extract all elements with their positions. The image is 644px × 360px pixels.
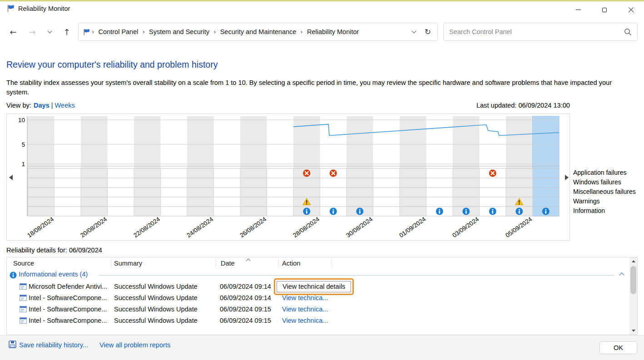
group-row-informational-events[interactable]: Informational events (4) <box>7 269 630 281</box>
search-icon[interactable] <box>624 28 632 36</box>
view-by-weeks-link[interactable]: Weeks <box>55 102 75 109</box>
row-date: 06/09/2024 09:15 <box>220 315 271 326</box>
breadcrumb-separator-icon: › <box>141 28 146 35</box>
address-dropdown-button[interactable] <box>412 31 416 33</box>
svg-text:10: 10 <box>18 117 25 123</box>
save-reliability-history-link[interactable]: Save reliability history... <box>19 341 88 349</box>
view-technical-details-link[interactable]: View technica... <box>282 317 328 324</box>
scrollbar-thumb[interactable] <box>630 266 636 294</box>
save-icon <box>9 340 16 348</box>
legend-label: Miscellaneous failures <box>573 187 636 197</box>
arrow-right-icon <box>565 175 569 180</box>
column-header-summary[interactable]: Summary <box>114 257 142 269</box>
svg-text:05/09/2024: 05/09/2024 <box>504 216 533 239</box>
breadcrumb-separator-icon: › <box>299 28 304 35</box>
forward-button[interactable]: → <box>25 25 40 39</box>
legend-label: Information <box>573 206 636 216</box>
last-updated-text: Last updated: 06/09/2024 13:00 <box>476 102 570 109</box>
column-header-source[interactable]: Source <box>13 257 34 269</box>
ok-button[interactable]: OK <box>599 341 637 354</box>
minimize-button[interactable] <box>565 1 591 18</box>
up-button[interactable]: ↑ <box>59 25 74 39</box>
svg-text:01/09/2024: 01/09/2024 <box>398 216 427 239</box>
address-bar[interactable]: › Control Panel›System and Security›Secu… <box>78 23 438 41</box>
scroll-down-button[interactable] <box>629 327 637 335</box>
maximize-icon <box>602 8 607 12</box>
chart-scroll-right-button[interactable] <box>563 174 569 181</box>
row-source: Intel - SoftwareCompone... <box>29 304 111 315</box>
breadcrumb-item[interactable]: Control Panel <box>96 28 141 35</box>
row-action: View technica... <box>277 292 328 304</box>
view-by-days-link[interactable]: Days <box>34 102 50 109</box>
breadcrumb: Control Panel›System and Security›Securi… <box>96 28 362 35</box>
column-separator <box>331 259 332 267</box>
stability-chart[interactable]: 105118/08/202420/08/202422/08/202424/08/… <box>6 113 570 241</box>
table-row[interactable]: Intel - SoftwareCompone...Successful Win… <box>7 304 630 315</box>
up-icon: ↑ <box>63 27 70 37</box>
table-row[interactable]: Intel - SoftwareCompone...Successful Win… <box>7 292 630 304</box>
row-source: Intel - SoftwareCompone... <box>29 292 111 304</box>
back-button[interactable]: ← <box>5 25 21 39</box>
row-summary: Successful Windows Update <box>114 292 198 304</box>
svg-text:28/08/2024: 28/08/2024 <box>292 216 321 239</box>
application-icon <box>20 295 27 301</box>
view-all-problem-reports-link[interactable]: View all problem reports <box>99 341 170 349</box>
chart-scroll-left-button[interactable] <box>9 174 15 181</box>
group-label: Informational events (4) <box>19 271 88 278</box>
view-technical-details-button[interactable]: View technical details <box>277 281 351 292</box>
table-scrollbar[interactable] <box>629 257 637 335</box>
action-button-wrap: View technical details <box>277 281 351 292</box>
recent-pages-dropdown[interactable] <box>44 25 55 39</box>
svg-text:03/09/2024: 03/09/2024 <box>451 216 480 239</box>
refresh-button[interactable]: ↻ <box>425 27 431 36</box>
svg-text:22/08/2024: 22/08/2024 <box>132 216 161 239</box>
row-summary: Successful Windows Update <box>114 315 198 326</box>
column-separator <box>111 259 111 267</box>
maximize-button[interactable] <box>591 1 618 18</box>
row-action: View technica... <box>277 304 328 315</box>
close-icon <box>628 7 634 13</box>
column-header-action[interactable]: Action <box>282 257 300 269</box>
arrow-left-icon <box>9 175 13 180</box>
close-button[interactable] <box>618 1 644 18</box>
breadcrumb-item[interactable]: Security and Maintenance <box>218 28 299 35</box>
reliability-flag-icon <box>7 5 15 14</box>
forward-icon: → <box>29 27 35 37</box>
triangle-up-icon <box>632 260 635 262</box>
window-controls <box>565 1 644 18</box>
column-separator <box>216 259 216 267</box>
view-technical-details-link[interactable]: View technica... <box>282 294 328 301</box>
breadcrumb-separator-icon: › <box>212 28 218 35</box>
application-icon <box>20 306 27 312</box>
svg-text:30/08/2024: 30/08/2024 <box>345 216 374 239</box>
scroll-up-button[interactable] <box>629 257 637 265</box>
details-table: SourceSummaryDateAction Informational ev… <box>6 257 638 335</box>
row-summary: Successful Windows Update <box>114 304 198 315</box>
view-by-separator: | <box>51 102 53 109</box>
legend-label: Windows failures <box>573 178 636 187</box>
breadcrumb-item[interactable]: Reliability Monitor <box>304 28 362 35</box>
search-input[interactable] <box>449 28 620 35</box>
titlebar: Reliability Monitor <box>0 1 644 18</box>
minimize-icon <box>576 10 581 10</box>
table-row[interactable]: Microsoft Defender Antivi...Successful W… <box>7 281 630 292</box>
chevron-down-icon <box>411 29 416 33</box>
svg-text:24/08/2024: 24/08/2024 <box>185 216 214 239</box>
view-by-control: View by:Days|Weeks <box>6 102 75 109</box>
legend-label: Warnings <box>573 197 636 206</box>
collapse-group-icon[interactable] <box>619 272 624 277</box>
stability-chart-canvas[interactable]: 105118/08/202420/08/202422/08/202424/08/… <box>7 114 570 240</box>
application-icon <box>20 317 27 324</box>
legend-label: Application failures <box>573 168 636 178</box>
page-description: The stability index assesses your system… <box>6 78 630 97</box>
row-action: View technical details <box>277 281 351 292</box>
column-header-date[interactable]: Date <box>221 257 235 269</box>
triangle-down-icon <box>632 330 635 332</box>
group-divider <box>99 275 614 276</box>
table-row[interactable]: Intel - SoftwareCompone...Successful Win… <box>7 315 630 326</box>
row-date: 06/09/2024 09:14 <box>220 281 271 292</box>
window-title: Reliability Monitor <box>18 5 70 12</box>
view-technical-details-link[interactable]: View technica... <box>282 306 328 313</box>
breadcrumb-item[interactable]: System and Security <box>146 28 212 35</box>
svg-text:18/08/2024: 18/08/2024 <box>26 216 55 239</box>
